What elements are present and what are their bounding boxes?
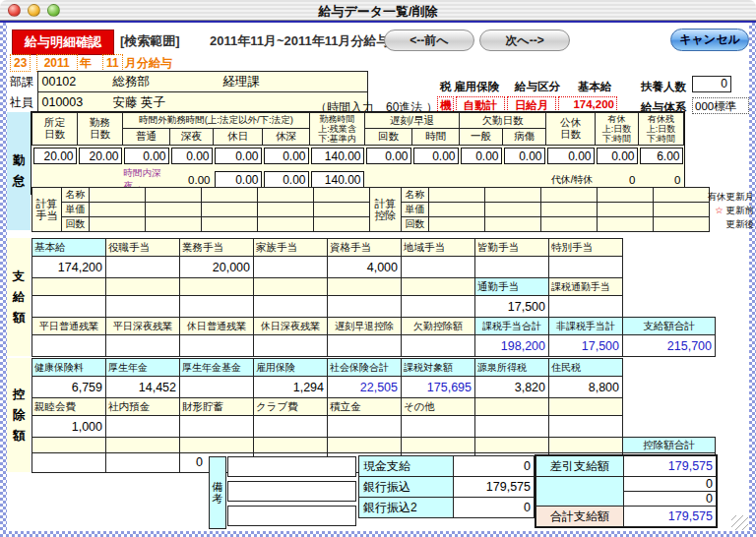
payment-method-table: 現金支給 0 銀行振込 179,575 銀行振込2 0 xyxy=(358,455,535,518)
employee-label: 社員 xyxy=(8,92,37,113)
calc-cell xyxy=(314,188,370,203)
calc-cell xyxy=(146,203,202,217)
calc-cell xyxy=(429,217,485,232)
calc-cell xyxy=(541,217,598,232)
payment-total-value: 215,700 xyxy=(623,335,716,357)
period-year-field[interactable]: 2011 xyxy=(36,54,78,72)
col-paid-leave: 有休 上:日数 下:時間 xyxy=(596,113,639,146)
base-salary-field[interactable]: 174,200 xyxy=(558,96,617,112)
ded-value: 22,505 xyxy=(328,377,402,398)
col-absence-sick: 病傷 xyxy=(503,129,546,146)
att-value: 20.00 xyxy=(33,148,77,164)
calc-count-label: 回数 xyxy=(62,217,90,232)
calc-name-label: 名称 xyxy=(402,188,429,203)
pay-header: 平日深夜残業 xyxy=(106,318,180,335)
window-titlebar[interactable]: 給与データ一覧/削除 xyxy=(0,0,756,21)
pay-header: 皆勤手当 xyxy=(475,239,549,257)
remarks-input-1[interactable] xyxy=(227,456,356,477)
tax-label: 税 xyxy=(440,80,452,94)
dept-name: 総務部 xyxy=(113,74,223,90)
col-late-time: 時間 xyxy=(412,129,460,146)
calc-cell xyxy=(654,217,710,232)
att-value: 0.00 xyxy=(504,148,545,164)
bank-transfer-label: 銀行振込 xyxy=(359,477,454,498)
prev-button[interactable]: <--前へ xyxy=(384,30,474,51)
pay-header: 遅刻早退控除 xyxy=(328,318,402,335)
dept-code: 00102 xyxy=(42,75,113,89)
ded-header: 親睦会費 xyxy=(32,398,106,416)
cancel-button[interactable]: キャンセル xyxy=(670,29,749,51)
bank-transfer2-label: 銀行振込2 xyxy=(359,498,454,518)
col-paid-leave-remaining: 有休残 上:日数 下:時間 xyxy=(639,113,684,146)
calc-cell xyxy=(598,188,654,203)
resize-handle[interactable] xyxy=(731,515,748,530)
dept-section: 経理課 xyxy=(223,75,261,89)
remarks-input-3[interactable] xyxy=(227,506,356,526)
att-value: 140.00 xyxy=(311,171,364,188)
calc-cell xyxy=(90,203,146,217)
calc-cell xyxy=(202,188,258,203)
period-month-field[interactable]: 11 xyxy=(102,54,123,72)
calc-cell xyxy=(541,203,598,217)
col-ot-normal: 普通 xyxy=(123,129,170,146)
att-value: 0.00 xyxy=(215,148,262,164)
next-button[interactable]: 次へ--> xyxy=(479,30,570,51)
ded-header: 財形貯蓄 xyxy=(180,398,254,416)
col-late-group: 遅刻/早退 xyxy=(365,113,460,129)
calc-unit-label: 単価 xyxy=(62,203,90,217)
col-overtime-group: 時間外勤務時間(上:法定以外/下:法定) xyxy=(123,113,310,129)
att-value: 0.00 xyxy=(413,148,459,164)
calc-cell xyxy=(654,203,710,217)
ded-header: その他 xyxy=(402,398,475,416)
col-worked-days: 勤務 日数 xyxy=(78,113,123,146)
col-absence-group: 欠勤日数 xyxy=(460,113,546,129)
bank-transfer2-value: 0 xyxy=(454,498,535,518)
ded-value: 1,000 xyxy=(32,416,106,438)
calc-cell xyxy=(598,203,654,217)
att-value: 0.00 xyxy=(366,148,411,164)
period-code-field[interactable]: 23 xyxy=(10,54,31,72)
calc-deduction-label: 計算 控除 xyxy=(370,188,402,232)
ded-value: 1,294 xyxy=(254,377,328,398)
pay-header: 休日深夜残業 xyxy=(254,318,328,335)
paid-leave-update-notes: 有休更新月 ☆ 更新前 更新後 xyxy=(705,190,754,231)
pay-header: 休日普通残業 xyxy=(180,318,254,335)
att-value: 0.00 xyxy=(547,148,595,164)
pay-value xyxy=(106,257,180,278)
att-value: 0.00 xyxy=(597,148,638,164)
after-update-label: 更新後 xyxy=(705,217,754,231)
pay-value: 20,000 xyxy=(180,257,254,278)
att-value: 0.00 xyxy=(124,148,169,164)
dept-value: 00102総務部経理課 xyxy=(37,72,367,92)
dependents-field[interactable]: 0 xyxy=(692,76,731,92)
calc-cell xyxy=(654,188,710,203)
base-salary-label: 基本給 xyxy=(578,80,612,94)
paid-leave-update-month: 有休更新月 xyxy=(705,190,754,204)
remarks-input-2[interactable] xyxy=(227,481,356,502)
pay-value: 174,200 xyxy=(32,257,106,278)
pay-header: 資格手当 xyxy=(328,239,402,257)
net-payment-table: 差引支給額 179,575 0 0 合計支給額 179,575 xyxy=(536,455,717,527)
total-payment-value: 179,575 xyxy=(624,507,717,527)
col-ot-holiday: 休日 xyxy=(214,129,263,146)
window-border-right xyxy=(749,23,756,537)
net-payment-value: 179,575 xyxy=(624,456,717,477)
ded-value: 175,695 xyxy=(402,377,475,398)
salary-class-label: 給与区分 xyxy=(515,80,560,94)
calc-cell xyxy=(146,188,202,203)
payment-table: 基本給 役職手当 業務手当 家族手当 資格手当 地域手当 皆勤手当 特別手当 1… xyxy=(32,238,716,357)
pay-value xyxy=(402,257,475,278)
section-payment-label: 支給額 xyxy=(7,238,31,356)
payment-total-header: 支給額合計 xyxy=(623,318,716,335)
calc-cell xyxy=(541,188,598,203)
taxable-allowance-total-header: 課税手当合計 xyxy=(475,318,549,335)
col-ot-holiday-midnight: 休深 xyxy=(263,129,310,146)
salary-system-field[interactable]: 000標準 xyxy=(692,97,749,114)
ded-header: 厚生年金 xyxy=(106,359,180,377)
deduction-total-header: 控除額合計 xyxy=(623,438,716,453)
calc-cell xyxy=(485,217,541,232)
calc-name-label: 名称 xyxy=(62,188,90,203)
remarks-label: 備考 xyxy=(209,456,226,529)
pay-value xyxy=(475,257,549,278)
ded-header: 社会保険合計 xyxy=(328,359,402,377)
